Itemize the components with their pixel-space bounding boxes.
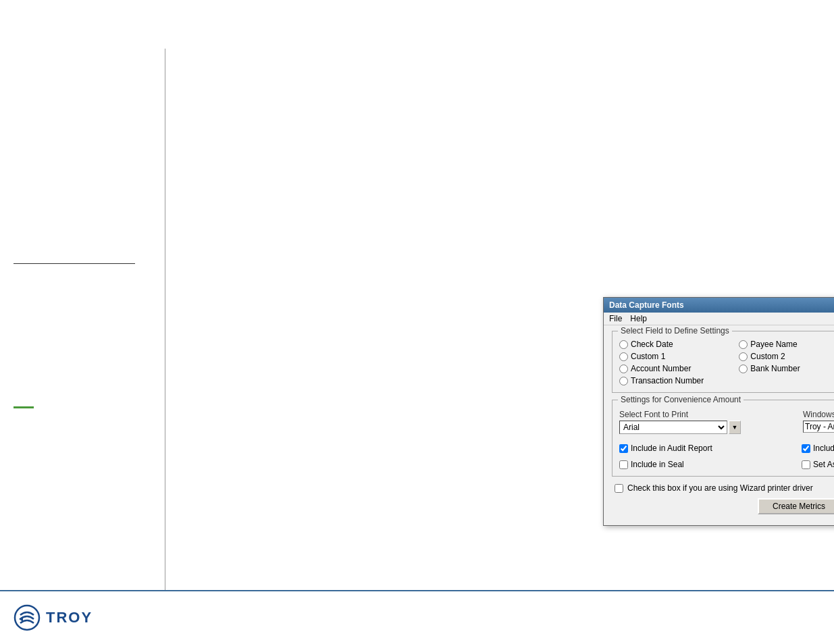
settings-checkboxes: Include in Audit Report Include in TROYm… [619,439,834,469]
radio-account-number-input[interactable] [619,365,628,373]
radio-payee-name-label: Payee Name [750,340,797,349]
radio-fields-grid: Check Date Payee Name Convenience Amount… [619,340,834,385]
set-invisible-label: Set As Invisible [813,460,834,469]
settings-group-title: Settings for Convenience Amount [618,395,744,404]
svg-marker-1 [19,616,23,622]
dialog-title: Data Capture Fonts [609,300,684,310]
wizard-checkbox[interactable] [615,484,623,493]
dialog-menubar: File Help [604,313,834,325]
sidebar [0,49,165,590]
radio-custom2-input[interactable] [739,352,748,361]
sidebar-green-accent [14,406,34,408]
radio-bank-number: Bank Number [739,364,834,373]
create-metrics-button[interactable]: Create Metrics [758,498,834,514]
checkbox-include-seal: Include in Seal [619,460,796,469]
svg-point-0 [15,606,39,630]
dialog-titlebar: Data Capture Fonts × [604,298,834,313]
include-troymark-checkbox[interactable] [802,444,810,453]
dialog-content: Select Field to Define Settings Check Da… [604,325,834,525]
settings-group: Settings for Convenience Amount Select F… [612,400,834,477]
radio-payee-name-input[interactable] [739,340,748,349]
checkbox-set-invisible: Set As Invisible [802,460,834,469]
radio-custom1-label: Custom 1 [631,352,665,361]
include-troymark-label: Include in TROYmark [813,444,834,453]
windows-font-label: Windows Font Name [803,410,834,419]
windows-font-input[interactable] [803,421,834,433]
radio-check-date-label: Check Date [631,340,673,349]
radio-transaction-number: Transaction Number [619,376,739,385]
dropdown-arrow-icon[interactable]: ▼ [729,421,741,434]
radio-transaction-number-label: Transaction Number [631,376,704,385]
footer-logo: TROY [14,604,93,631]
radio-account-number: Account Number [619,364,739,373]
menu-help[interactable]: Help [630,314,647,323]
font-print-label: Select Font to Print [619,410,795,419]
radio-check-date: Check Date [619,340,739,349]
radio-custom2: Custom 2 [739,352,834,361]
radio-check-date-input[interactable] [619,340,628,349]
windows-font-section: Windows Font Name [803,410,834,434]
troy-logo-text: TROY [46,609,93,626]
radio-payee-name: Payee Name [739,340,834,349]
radio-transaction-number-input[interactable] [619,377,628,385]
main-content: Data Capture Fonts × File Help Select Fi… [165,49,834,590]
checkbox-include-troymark: Include in TROYmark [802,444,834,453]
select-field-group-title: Select Field to Define Settings [618,326,732,336]
troy-logo-icon [14,604,41,631]
checkbox-include-audit: Include in Audit Report [619,444,796,453]
radio-bank-number-input[interactable] [739,365,748,373]
footer: TROY [0,590,834,644]
radio-custom1-input[interactable] [619,352,628,361]
radio-bank-number-label: Bank Number [750,364,800,373]
sidebar-divider-line [14,263,135,264]
wizard-row: Check this box if you are using Wizard p… [612,483,834,493]
include-seal-checkbox[interactable] [619,460,628,469]
wizard-label: Check this box if you are using Wizard p… [627,483,813,493]
font-print-section: Select Font to Print Arial ▼ [619,410,795,434]
menu-file[interactable]: File [609,314,622,323]
include-seal-label: Include in Seal [631,460,684,469]
font-select-dropdown[interactable]: Arial [619,421,727,434]
radio-custom1: Custom 1 [619,352,739,361]
include-audit-checkbox[interactable] [619,444,628,453]
font-select-wrapper: Arial ▼ [619,421,795,434]
select-field-group: Select Field to Define Settings Check Da… [612,331,834,393]
radio-custom2-label: Custom 2 [750,352,785,361]
set-invisible-checkbox[interactable] [802,460,810,469]
include-audit-label: Include in Audit Report [631,444,712,453]
radio-account-number-label: Account Number [631,364,691,373]
data-capture-fonts-dialog: Data Capture Fonts × File Help Select Fi… [603,297,834,526]
